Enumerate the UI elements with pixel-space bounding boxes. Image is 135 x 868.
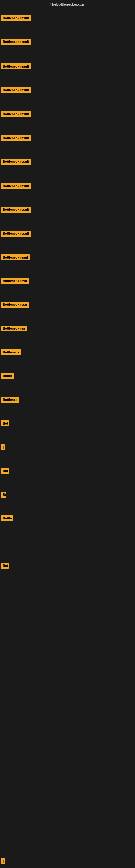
badge-container-23: Bot (1, 563, 9, 570)
bottleneck-badge-15: Bottle (1, 373, 14, 379)
badge-container-16: Bottlenec (1, 397, 19, 404)
bottleneck-badge-3: Bottleneck result (1, 87, 31, 93)
bottleneck-badge-8: Bottleneck result (1, 207, 31, 213)
badge-container-24: | (1, 858, 5, 865)
badge-container-21: Bottle (1, 516, 13, 522)
bottleneck-badge-11: Bottleneck resu (1, 278, 29, 284)
badge-container-20: Bo (1, 492, 6, 499)
bottleneck-badge-5: Bottleneck result (1, 135, 31, 141)
bottleneck-badge-1: Bottleneck result (1, 39, 31, 45)
badge-container-17: Bot (1, 421, 9, 428)
badge-container-0: Bottleneck result (1, 15, 31, 22)
badge-container-9: Bottleneck result (1, 230, 31, 238)
bottleneck-badge-18: | (1, 444, 5, 450)
bottleneck-badge-13: Bottleneck res (1, 326, 27, 332)
badge-container-15: Bottle (1, 373, 14, 380)
badge-container-3: Bottleneck result (1, 87, 31, 94)
bottleneck-badge-6: Bottleneck result (1, 159, 31, 165)
bottleneck-badge-9: Bottleneck result (1, 230, 31, 237)
badge-container-14: Bottleneck (1, 349, 21, 356)
badge-container-12: Bottleneck resu (1, 302, 29, 309)
badge-container-4: Bottleneck result (1, 111, 31, 118)
badge-container-10: Bottleneck resul (1, 254, 30, 261)
badge-container-19: Bot (1, 468, 9, 475)
bottleneck-badge-10: Bottleneck resul (1, 254, 30, 260)
bottleneck-badge-24: | (1, 858, 5, 864)
bottleneck-badge-2: Bottleneck result (1, 63, 31, 69)
bottleneck-badge-16: Bottlenec (1, 397, 19, 403)
badge-container-13: Bottleneck res (1, 326, 27, 333)
site-title: TheBottlenecker.com (0, 0, 135, 9)
badge-container-8: Bottleneck result (1, 207, 31, 214)
badge-container-7: Bottleneck result (1, 183, 31, 190)
bottleneck-badge-4: Bottleneck result (1, 111, 31, 117)
badge-container-6: Bottleneck result (1, 159, 31, 166)
bottleneck-badge-20: Bo (1, 492, 6, 498)
badge-container-1: Bottleneck result (1, 39, 31, 46)
badge-container-5: Bottleneck result (1, 135, 31, 142)
bottleneck-badge-19: Bot (1, 468, 9, 474)
bottleneck-badge-0: Bottleneck result (1, 15, 31, 21)
badge-container-11: Bottleneck resu (1, 278, 29, 285)
bottleneck-badge-7: Bottleneck result (1, 183, 31, 189)
bottleneck-badge-23: Bot (1, 563, 9, 569)
badge-container-18: | (1, 444, 5, 452)
bottleneck-badge-21: Bottle (1, 516, 13, 521)
bottleneck-badge-17: Bot (1, 421, 9, 426)
bottleneck-badge-14: Bottleneck (1, 349, 21, 355)
bottleneck-badge-12: Bottleneck resu (1, 302, 29, 308)
badge-container-2: Bottleneck result (1, 63, 31, 70)
